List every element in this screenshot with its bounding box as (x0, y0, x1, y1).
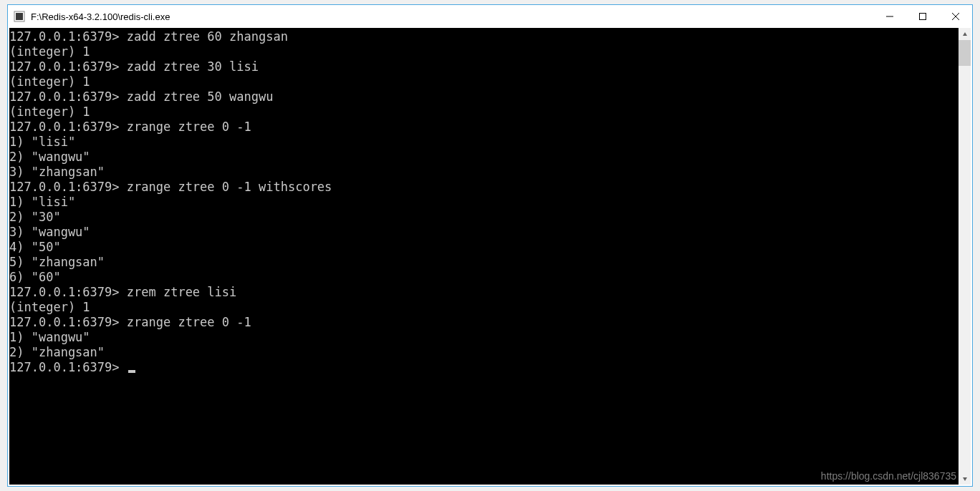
window-title: F:\Redis-x64-3.2.100\redis-cli.exe (31, 11, 873, 22)
window-controls (873, 5, 972, 28)
terminal-prompt-line[interactable]: 127.0.0.1:6379> (9, 360, 959, 375)
svg-rect-1 (16, 13, 23, 20)
terminal-line: 3) "wangwu" (9, 225, 959, 240)
minimize-button[interactable] (873, 5, 906, 28)
terminal-line: 127.0.0.1:6379> zadd ztree 60 zhangsan (9, 29, 959, 44)
terminal-line: 127.0.0.1:6379> zrange ztree 0 -1 (9, 315, 959, 330)
terminal-line: 127.0.0.1:6379> zadd ztree 50 wangwu (9, 89, 959, 104)
terminal-line: 2) "wangwu" (9, 150, 959, 165)
terminal-line: 5) "zhangsan" (9, 255, 959, 270)
terminal-wrap: 127.0.0.1:6379> zadd ztree 60 zhangsan(i… (9, 28, 971, 485)
terminal-line: 127.0.0.1:6379> zrem ztree lisi (9, 285, 959, 300)
terminal-line: (integer) 1 (9, 44, 959, 59)
maximize-button[interactable] (906, 5, 939, 28)
scroll-up-button[interactable] (959, 28, 971, 40)
terminal-line: 3) "zhangsan" (9, 165, 959, 180)
terminal-line: 1) "lisi" (9, 195, 959, 210)
terminal-line: (integer) 1 (9, 300, 959, 315)
svg-marker-7 (963, 477, 967, 481)
terminal-line: 4) "50" (9, 240, 959, 255)
scrollbar-thumb[interactable] (959, 40, 971, 66)
terminal-line: 127.0.0.1:6379> zrange ztree 0 -1 (9, 120, 959, 135)
terminal-line: (integer) 1 (9, 104, 959, 120)
app-icon (14, 11, 25, 22)
terminal-line: 6) "60" (9, 270, 959, 285)
svg-rect-3 (920, 14, 926, 20)
terminal-line: 1) "lisi" (9, 135, 959, 150)
terminal-line: 2) "30" (9, 210, 959, 225)
terminal-line: 1) "wangwu" (9, 330, 959, 345)
app-window: F:\Redis-x64-3.2.100\redis-cli.exe 127.0… (7, 4, 973, 487)
terminal-line: (integer) 1 (9, 74, 959, 89)
scrollbar-track[interactable] (959, 40, 971, 472)
scrollbar[interactable] (959, 28, 971, 485)
terminal-line: 2) "zhangsan" (9, 345, 959, 360)
terminal-prompt: 127.0.0.1:6379> (9, 360, 127, 374)
terminal-line: 127.0.0.1:6379> zrange ztree 0 -1 withsc… (9, 180, 959, 195)
close-button[interactable] (939, 5, 972, 28)
terminal[interactable]: 127.0.0.1:6379> zadd ztree 60 zhangsan(i… (9, 28, 959, 485)
titlebar[interactable]: F:\Redis-x64-3.2.100\redis-cli.exe (8, 5, 972, 28)
terminal-line: 127.0.0.1:6379> zadd ztree 30 lisi (9, 59, 959, 74)
terminal-cursor (128, 370, 135, 373)
scroll-down-button[interactable] (959, 472, 971, 485)
svg-marker-6 (963, 32, 967, 36)
